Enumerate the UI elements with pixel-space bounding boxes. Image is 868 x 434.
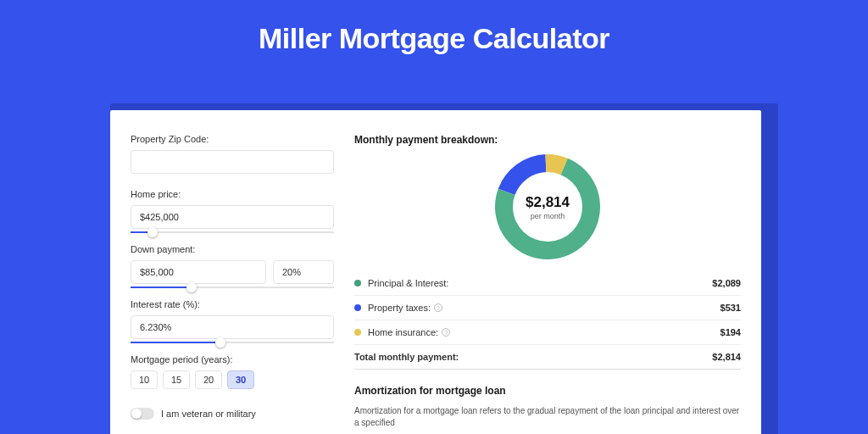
slider-thumb[interactable] [215,337,225,348]
breakdown-column: Monthly payment breakdown: $2,814 per mo… [354,134,741,434]
donut-center: $2,814 per month [515,175,580,239]
veteran-label: I am veteran or military [161,409,256,419]
legend-label: Principal & Interest: [368,278,712,288]
donut-sub: per month [531,212,565,220]
home-price-slider[interactable] [131,231,334,233]
breakdown-title: Monthly payment breakdown: [354,134,741,146]
legend-label: Home insurance: ? [368,327,721,337]
zip-label: Property Zip Code: [131,134,334,144]
legend-value: $2,814 [712,352,741,362]
period-label: Mortgage period (years): [131,354,334,364]
period-option-10[interactable]: 10 [131,370,158,389]
field-home-price: Home price: [131,189,334,229]
home-price-label: Home price: [131,189,334,199]
legend-text: Principal & Interest: [368,278,448,288]
period-option-15[interactable]: 15 [163,370,190,389]
down-payment-label: Down payment: [131,244,334,254]
zip-input[interactable] [131,150,334,174]
field-down-payment: Down payment: [131,244,334,284]
down-payment-input[interactable] [131,260,266,284]
donut-amount: $2,814 [526,194,570,211]
legend-value: $194 [721,327,741,337]
page-title: Miller Mortgage Calculator [0,0,868,72]
field-period: Mortgage period (years): 10 15 20 30 [131,354,334,389]
down-payment-slider[interactable] [131,287,334,288]
legend-text: Property taxes: [368,303,431,313]
legend-text: Home insurance: [368,327,438,337]
slider-fill [131,287,192,288]
field-veteran: I am veteran or military [131,408,334,420]
dot-icon [354,304,361,311]
legend-label: Property taxes: ? [368,303,721,313]
field-interest-rate: Interest rate (%): [131,299,334,339]
legend-row-tax: Property taxes: ? $531 [354,296,741,320]
dot-icon [354,329,361,336]
dot-icon [354,280,361,287]
legend-row-pi: Principal & Interest: $2,089 [354,271,741,296]
calculator-card: Property Zip Code: Home price: Down paym… [110,110,761,434]
amort-title: Amortization for mortgage loan [354,385,741,397]
home-price-input[interactable] [131,205,334,229]
donut-chart: $2,814 per month [495,154,600,259]
slider-fill [131,342,220,343]
legend-value: $531 [721,303,741,313]
slider-thumb[interactable] [147,227,158,237]
legend-row-total: Total monthly payment: $2,814 [354,345,741,370]
legend-row-ins: Home insurance: ? $194 [354,320,741,345]
legend-value: $2,089 [712,278,741,288]
down-payment-pct-input[interactable] [273,260,334,284]
toggle-knob [131,409,142,419]
period-options: 10 15 20 30 [131,370,334,389]
interest-rate-input[interactable] [131,315,334,339]
veteran-toggle[interactable] [131,408,154,420]
legend: Principal & Interest: $2,089 Property ta… [354,271,741,370]
period-option-30[interactable]: 30 [227,370,254,389]
amort-body: Amortization for a mortgage loan refers … [354,405,741,429]
legend-label: Total monthly payment: [354,352,712,362]
field-zip: Property Zip Code: [131,134,334,174]
info-icon[interactable]: ? [434,303,442,312]
interest-rate-slider[interactable] [131,342,334,343]
info-icon[interactable]: ? [442,328,450,337]
form-column: Property Zip Code: Home price: Down paym… [131,134,334,434]
interest-rate-label: Interest rate (%): [131,299,334,309]
period-option-20[interactable]: 20 [195,370,222,389]
slider-thumb[interactable] [186,282,197,292]
donut-chart-wrap: $2,814 per month [354,154,741,259]
